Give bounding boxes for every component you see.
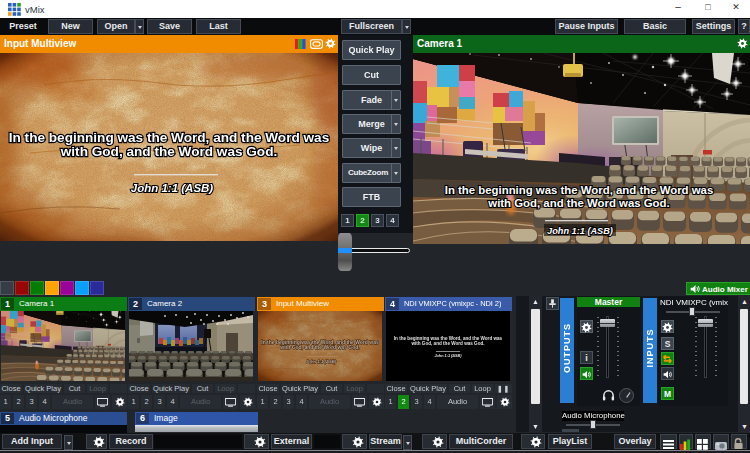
svg-text:John 1:1 (ASB): John 1:1 (ASB) [131, 182, 214, 194]
svg-text:In the beginning was the Word,: In the beginning was the Word, and the W… [9, 130, 329, 145]
svg-text:with God, and the Word was God: with God, and the Word was God. [60, 144, 278, 159]
svg-text:In the beginning was the Word,: In the beginning was the Word, and the W… [445, 184, 714, 196]
svg-text:John 1:1 (ASB): John 1:1 (ASB) [434, 354, 462, 358]
svg-text:with God, and the Word was God: with God, and the Word was God. [487, 197, 669, 209]
svg-text:with God, and the Word was God: with God, and the Word was God. [410, 341, 484, 346]
svg-text:John 1:1 (ASB): John 1:1 (ASB) [547, 226, 613, 236]
